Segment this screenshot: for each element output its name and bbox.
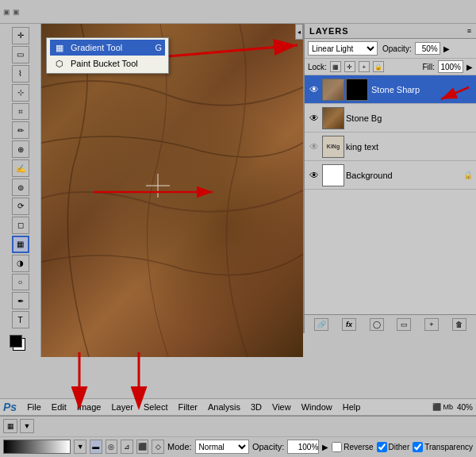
layer-thumb-king-text: KiNg [322,136,344,158]
lock-label: Lock: [308,63,327,71]
crop-tool[interactable]: ⌗ [12,103,29,121]
layer-eye-king-text[interactable]: 👁 [308,140,321,153]
layer-stone-sharp[interactable]: 👁 Stone Sharp [305,75,476,104]
menu-file[interactable]: File [22,401,46,413]
fill-label: Fill: [422,63,435,71]
layer-eye-stone-sharp[interactable]: 👁 [308,83,321,96]
menu-analysis[interactable]: Analysis [203,401,245,413]
transparency-checkbox-label[interactable]: Transparency [413,442,473,452]
menu-window[interactable]: Window [297,401,337,413]
lock-pixels-btn[interactable]: ▦ [330,61,341,72]
layer-name-stone-bg: Stone Bg [346,113,473,123]
type-tool[interactable]: T [12,311,29,328]
transparency-checkbox[interactable] [413,442,423,452]
pen-tool[interactable]: ✒ [12,292,29,309]
menu-bar: Ps File Edit Image Layer Select Filter A… [0,398,476,416]
opacity-bar-arrow[interactable]: ▶ [322,443,328,451]
opacity-bar-input[interactable] [287,440,319,454]
dither-checkbox[interactable] [377,442,387,452]
flyout-paint-bucket-tool[interactable]: ⬡ Paint Bucket Tool [50,56,165,71]
menu-help[interactable]: Help [338,401,366,413]
menu-filter[interactable]: Filter [174,401,202,413]
add-mask-btn[interactable]: ◯ [370,318,384,331]
magic-wand-tool[interactable]: ⊹ [12,84,29,102]
menu-view[interactable]: View [267,401,296,413]
fx-btn[interactable]: fx [342,318,356,331]
link-layers-btn[interactable]: 🔗 [314,318,328,331]
layer-stone-bg[interactable]: 👁 Stone Bg [305,104,476,132]
reverse-checkbox[interactable] [332,442,342,452]
layer-eye-background[interactable]: 👁 [308,169,321,182]
eyedropper-tool[interactable]: ✏ [12,121,29,139]
status-icons: ⬛ Mb [432,403,453,411]
linear-gradient-btn[interactable]: ▬ [90,440,102,454]
opacity-bar-label: Opacity: [252,442,284,451]
radial-gradient-btn[interactable]: ◎ [106,440,118,454]
gradient-tool-btn[interactable]: ▦ [12,236,29,253]
gradient-preview[interactable] [3,440,71,454]
delete-layer-btn[interactable]: 🗑 [452,318,466,331]
brush-tool[interactable]: ✍ [12,159,29,177]
dither-checkbox-label[interactable]: Dither [377,442,410,452]
mode-select[interactable]: Normal [195,440,249,454]
layer-name-king-text: king text [346,142,473,152]
options-row-bottom: ▼ ▬ ◎ ⊿ ⬛ ◇ Mode: Normal Opacity: ▶ Reve… [0,437,476,457]
new-layer-btn[interactable]: + [424,318,439,331]
fill-arrow[interactable]: ▶ [466,63,473,71]
reverse-label: Reverse [344,443,373,451]
options-flyout-btn[interactable]: ▦ [3,419,17,433]
canvas-red-arrow [94,184,221,200]
lasso-tool[interactable]: ⌇ [12,65,29,83]
menu-3d[interactable]: 3D [246,401,267,413]
toolbar-info: ▣ ▣ [3,8,20,16]
opacity-label: Opacity: [382,44,412,53]
eraser-tool[interactable]: ◻ [12,217,29,234]
menu-edit[interactable]: Edit [47,401,71,413]
color-swatches[interactable] [10,335,32,357]
flyout-gradient-tool[interactable]: ▦ Gradient Tool G [50,40,165,56]
layers-panel-header: LAYERS ≡ [305,24,476,39]
lock-position-btn[interactable]: ✛ [344,61,355,72]
new-group-btn[interactable]: ▭ [397,318,411,331]
panel-collapse-btn[interactable]: ◂ [295,24,303,40]
move-tool[interactable]: ✛ [12,27,29,44]
history-tool[interactable]: ⟳ [12,198,29,215]
layer-eye-stone-bg[interactable]: 👁 [308,112,321,125]
gradient-icon: ▦ [53,41,66,54]
reflected-gradient-btn[interactable]: ⬛ [136,440,149,454]
layer-name-stone-sharp: Stone Sharp [371,85,473,94]
blur-tool[interactable]: ◑ [12,255,29,272]
top-toolbar: ▣ ▣ [0,0,476,24]
layer-thumb-background [322,164,344,186]
menu-layer[interactable]: Layer [106,401,138,413]
lock-all-btn[interactable]: + [359,61,370,72]
ps-logo: Ps [3,401,17,413]
tool-preset-btn[interactable]: ▼ [20,419,34,433]
marquee-tool[interactable]: ▭ [12,46,29,63]
lock-lock-btn[interactable]: 🔒 [373,61,384,72]
layers-menu-btn[interactable]: ≡ [467,27,471,35]
blend-mode-select[interactable]: Linear Light [308,41,378,56]
paint-bucket-icon: ⬡ [53,57,66,70]
transparency-label: Transparency [424,443,473,451]
reverse-checkbox-label[interactable]: Reverse [332,442,373,452]
opacity-arrow[interactable]: ▶ [443,44,450,53]
layer-king-text[interactable]: 👁 KiNg king text [305,132,476,161]
clone-tool[interactable]: ⊚ [12,179,29,196]
menu-select[interactable]: Select [139,401,173,413]
dodge-tool[interactable]: ○ [12,274,29,291]
tool-flyout: ▦ Gradient Tool G ⬡ Paint Bucket Tool [46,37,169,74]
blend-row: Linear Light Opacity: ▶ [305,39,476,59]
opacity-input[interactable] [415,42,440,55]
flyout-gradient-shortcut: G [155,43,162,52]
healing-tool[interactable]: ⊕ [12,140,29,158]
gradient-arrow[interactable]: ▼ [74,440,86,454]
options-bar: ▦ ▼ ▼ ▬ ◎ ⊿ ⬛ ◇ Mode: Normal Opacity: ▶ … [0,416,476,457]
menu-image[interactable]: Image [72,401,106,413]
angle-gradient-btn[interactable]: ⊿ [121,440,133,454]
layer-thumb-stone-sharp [322,79,344,101]
layer-background[interactable]: 👁 Background 🔒 [305,161,476,190]
lock-row: Lock: ▦ ✛ + 🔒 Fill: ▶ [305,59,476,75]
diamond-gradient-btn[interactable]: ◇ [152,440,164,454]
fill-input[interactable] [438,60,463,73]
